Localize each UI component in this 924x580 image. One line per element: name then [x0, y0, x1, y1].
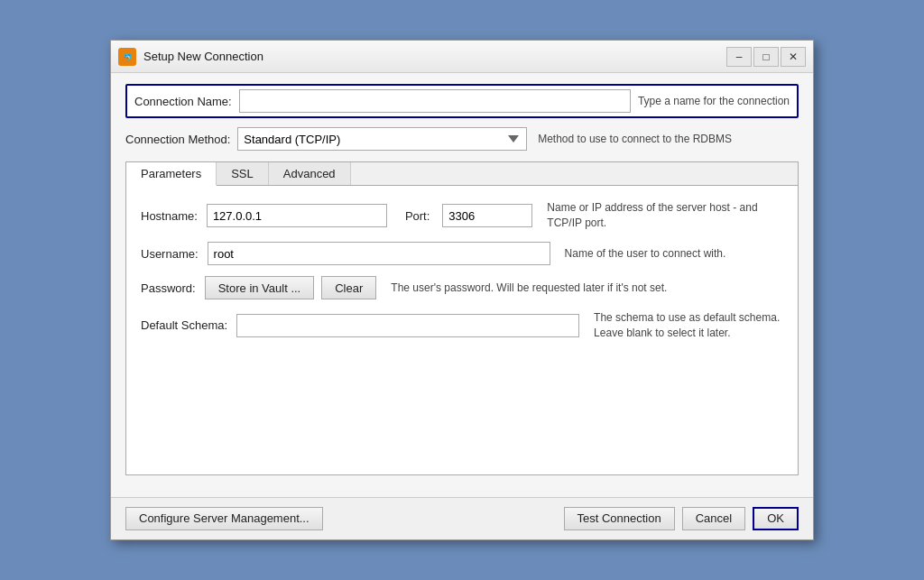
hostname-label: Hostname:: [141, 209, 207, 223]
password-hint: The user's password. Will be requested l…: [376, 281, 667, 296]
default-schema-input-area: [236, 314, 579, 337]
footer-left: Configure Server Management...: [125, 507, 564, 530]
configure-server-management-button[interactable]: Configure Server Management...: [125, 507, 323, 530]
ok-button[interactable]: OK: [753, 507, 799, 530]
close-button[interactable]: ✕: [781, 47, 806, 67]
hostname-row: Hostname: Port: Name or IP address of th…: [141, 200, 783, 231]
store-in-vault-button[interactable]: Store in Vault ...: [205, 276, 315, 299]
hostname-input-area: Port:: [207, 204, 532, 227]
hostname-input[interactable]: [207, 204, 387, 227]
username-hint: Name of the user to connect with.: [550, 246, 726, 262]
window-controls: – □ ✕: [726, 47, 806, 67]
dialog-footer: Configure Server Management... Test Conn…: [111, 497, 813, 539]
connection-name-hint: Type a name for the connection: [631, 95, 790, 107]
connection-name-input[interactable]: [239, 89, 631, 113]
password-row: Password: Store in Vault ... Clear The u…: [141, 276, 783, 299]
username-row: Username: Name of the user to connect wi…: [141, 242, 783, 265]
cancel-button[interactable]: Cancel: [682, 507, 745, 530]
tab-advanced[interactable]: Advanced: [269, 162, 351, 185]
test-connection-button[interactable]: Test Connection: [564, 507, 675, 530]
svg-text:🐬: 🐬: [123, 52, 134, 63]
app-icon: 🐬: [118, 48, 136, 66]
connection-method-label: Connection Method:: [125, 133, 230, 146]
port-label: Port:: [405, 209, 430, 223]
port-input[interactable]: [442, 204, 532, 227]
dialog-body: Connection Name: Type a name for the con…: [111, 73, 813, 496]
tab-content-parameters: Hostname: Port: Name or IP address of th…: [126, 186, 798, 474]
tabs-container: Parameters SSL Advanced Hostname: Port:: [125, 161, 799, 474]
connection-name-label: Connection Name:: [134, 95, 239, 108]
default-schema-hint: The schema to use as default schema. Lea…: [579, 310, 783, 341]
footer-right: Test Connection Cancel OK: [564, 507, 799, 530]
connection-method-hint: Method to use to connect to the RDBMS: [538, 133, 799, 145]
connection-method-row: Connection Method: Standard (TCP/IP) Sta…: [125, 127, 799, 151]
maximize-button[interactable]: □: [753, 47, 779, 67]
minimize-button[interactable]: –: [726, 47, 752, 67]
tab-parameters[interactable]: Parameters: [126, 162, 217, 186]
password-label: Password:: [141, 281, 205, 295]
setup-new-connection-dialog: 🐬 Setup New Connection – □ ✕ Connection …: [110, 40, 814, 539]
default-schema-label: Default Schema:: [141, 318, 236, 332]
clear-password-button[interactable]: Clear: [321, 276, 376, 299]
default-schema-input[interactable]: [236, 314, 579, 337]
hostname-hint: Name or IP address of the server host - …: [532, 200, 783, 231]
username-label: Username:: [141, 247, 208, 261]
username-input[interactable]: [208, 242, 550, 265]
tab-ssl[interactable]: SSL: [217, 162, 269, 185]
connection-method-select[interactable]: Standard (TCP/IP) Standard (TCP/IP) with…: [237, 127, 527, 151]
title-bar: 🐬 Setup New Connection – □ ✕: [111, 41, 813, 73]
connection-name-row: Connection Name: Type a name for the con…: [125, 84, 799, 118]
username-input-area: [208, 242, 550, 265]
default-schema-row: Default Schema: The schema to use as def…: [141, 310, 783, 341]
tabs-header: Parameters SSL Advanced: [126, 162, 798, 186]
dialog-title: Setup New Connection: [143, 50, 726, 63]
content-spacer: [141, 352, 783, 460]
password-input-area: Store in Vault ... Clear: [205, 276, 377, 299]
